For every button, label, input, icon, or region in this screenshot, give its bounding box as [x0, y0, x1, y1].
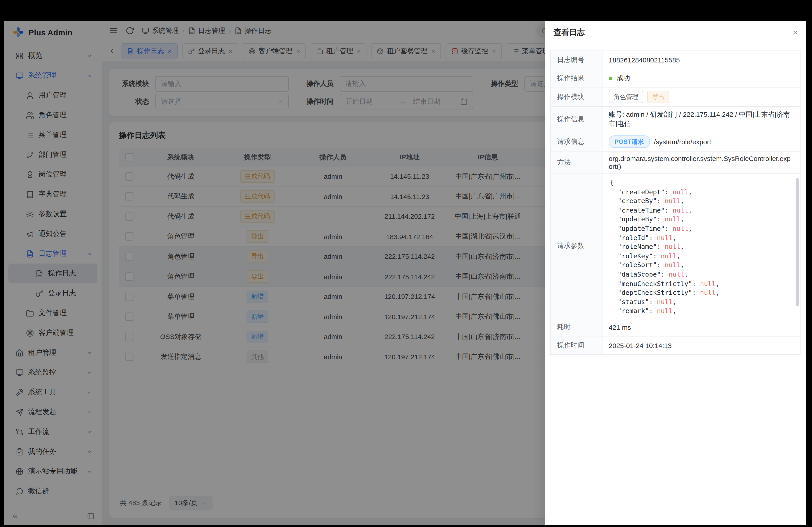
detail-label: 日志编号: [551, 51, 603, 69]
detail-value-cell: 成功: [603, 69, 800, 87]
detail-value: 2025-01-24 10:14:13: [609, 342, 672, 349]
detail-row: 操作时间 2025-01-24 10:14:13: [551, 336, 800, 355]
detail-value: 421 ms: [609, 323, 631, 331]
detail-row: 请求参数 { "createDept": null, "createBy": n…: [551, 174, 800, 318]
screen: Plus Admin 概览 系统管理 用户管理 角色管理 菜单管理 部门管理 岗…: [0, 0, 812, 527]
detail-value-cell: 2025-01-24 10:14:13: [603, 336, 800, 354]
drawer-body: 日志编号 1882612840802115585 操作结果 成功 操作模块 角色…: [545, 44, 806, 361]
detail-value-cell: 1882612840802115585: [603, 51, 800, 69]
request-params-json[interactable]: { "createDept": null, "createBy": null, …: [603, 174, 800, 318]
detail-row: 操作结果 成功: [551, 69, 800, 88]
drawer-overlay[interactable]: [4, 21, 545, 525]
scrollbar-thumb[interactable]: [796, 178, 799, 306]
detail-label: 耗时: [551, 318, 603, 336]
log-details-table: 日志编号 1882612840802115585 操作结果 成功 操作模块 角色…: [550, 50, 801, 355]
detail-label: 操作结果: [551, 69, 603, 87]
detail-label: 方法: [551, 151, 603, 174]
request-url: /system/role/export: [654, 138, 711, 146]
detail-value-cell: { "createDept": null, "createBy": null, …: [603, 174, 800, 318]
detail-label: 操作时间: [551, 336, 603, 354]
detail-row: 方法 org.dromara.system.controller.system.…: [551, 151, 800, 174]
app-window: Plus Admin 概览 系统管理 用户管理 角色管理 菜单管理 部门管理 岗…: [4, 21, 806, 525]
detail-value: 账号: admin / 研发部门 / 222.175.114.242 / 中国|…: [609, 110, 794, 129]
drawer-title: 查看日志: [553, 27, 585, 37]
detail-value-cell: POST请求/system/role/export: [603, 132, 800, 151]
detail-row: 操作模块 角色管理导出: [551, 88, 800, 107]
detail-value-cell: 角色管理导出: [603, 88, 800, 106]
http-method-tag: POST请求: [609, 135, 650, 148]
detail-row: 日志编号 1882612840802115585: [551, 51, 800, 69]
detail-row: 操作信息 账号: admin / 研发部门 / 222.175.114.242 …: [551, 107, 800, 132]
success-dot: [609, 76, 612, 80]
detail-value-cell: org.dromara.system.controller.system.Sys…: [603, 151, 800, 174]
detail-label: 请求信息: [551, 132, 603, 151]
drawer-header: 查看日志 ×: [545, 21, 806, 44]
detail-label: 请求参数: [551, 174, 603, 318]
detail-value: org.dromara.system.controller.system.Sys…: [609, 155, 794, 170]
detail-value-cell: 账号: admin / 研发部门 / 222.175.114.242 / 中国|…: [603, 107, 800, 132]
detail-row: 请求信息 POST请求/system/role/export: [551, 132, 800, 151]
detail-value: 1882612840802115585: [609, 56, 680, 64]
detail-label: 操作信息: [551, 107, 603, 132]
detail-label: 操作模块: [551, 88, 603, 106]
detail-value-cell: 421 ms: [603, 318, 800, 336]
view-log-drawer: 查看日志 × 日志编号 1882612840802115585 操作结果 成功 …: [545, 21, 806, 525]
detail-row: 耗时 421 ms: [551, 318, 800, 336]
detail-value: 成功: [617, 74, 630, 83]
close-icon[interactable]: ×: [793, 28, 798, 37]
module-tag: 角色管理: [609, 91, 643, 103]
module-tag: 导出: [647, 91, 669, 103]
